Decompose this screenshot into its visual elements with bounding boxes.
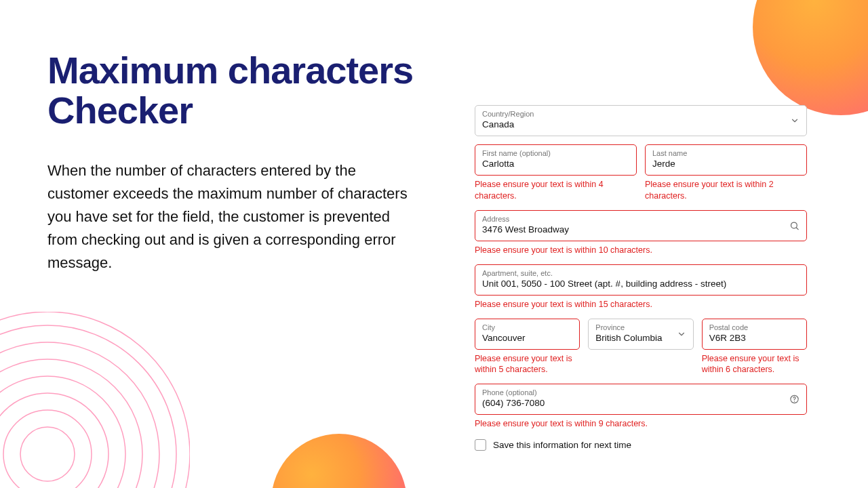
first-name-input[interactable]: First name (optional) Carlotta xyxy=(475,144,637,176)
search-icon xyxy=(789,220,800,230)
svg-point-1 xyxy=(3,410,92,488)
first-name-value: Carlotta xyxy=(482,158,629,170)
first-name-label: First name (optional) xyxy=(482,149,629,158)
svg-point-2 xyxy=(0,393,108,488)
address-input[interactable]: Address 3476 West Broadway xyxy=(475,210,807,241)
svg-point-11 xyxy=(794,401,795,402)
phone-error: Please ensure your text is within 9 char… xyxy=(475,418,807,430)
last-name-input[interactable]: Last name Jerde xyxy=(645,144,807,176)
country-value: Canada xyxy=(482,119,800,131)
province-select[interactable]: Province British Columbia xyxy=(588,319,693,350)
postal-code-value: V6R 2B3 xyxy=(709,332,800,344)
svg-line-9 xyxy=(796,228,798,230)
apartment-error: Please ensure your text is within 15 cha… xyxy=(475,299,807,310)
svg-point-5 xyxy=(0,342,159,488)
city-input[interactable]: City Vancouver xyxy=(475,319,580,350)
city-value: Vancouver xyxy=(482,332,572,344)
last-name-value: Jerde xyxy=(652,158,800,170)
help-icon[interactable] xyxy=(789,394,800,405)
country-label: Country/Region xyxy=(482,110,800,119)
address-label: Address xyxy=(482,215,800,224)
province-value: British Columbia xyxy=(595,332,686,344)
phone-label: Phone (optional) xyxy=(482,388,800,397)
postal-code-label: Postal code xyxy=(709,323,800,332)
svg-point-4 xyxy=(0,359,142,488)
phone-input[interactable]: Phone (optional) (604) 736-7080 xyxy=(475,384,807,415)
last-name-label: Last name xyxy=(652,149,800,158)
country-select[interactable]: Country/Region Canada xyxy=(475,105,807,136)
last-name-error: Please ensure your text is within 2 char… xyxy=(645,179,807,202)
save-info-checkbox[interactable] xyxy=(475,439,486,451)
phone-value: (604) 736-7080 xyxy=(482,397,800,409)
province-label: Province xyxy=(595,323,686,332)
chevron-down-icon xyxy=(677,329,686,339)
page-title: Maximum characters Checker xyxy=(47,51,414,131)
city-error: Please ensure your text is within 5 char… xyxy=(475,353,580,376)
address-value: 3476 West Broadway xyxy=(482,224,800,236)
svg-point-0 xyxy=(20,427,75,481)
checkout-form: Country/Region Canada First name (option… xyxy=(475,105,807,451)
apartment-value: Unit 001, 5050 - 100 Street (apt. #, bui… xyxy=(482,278,800,290)
apartment-label: Apartment, suite, etc. xyxy=(482,269,800,278)
decorative-rings xyxy=(0,312,190,488)
decorative-blob-bottom xyxy=(271,434,407,488)
apartment-input[interactable]: Apartment, suite, etc. Unit 001, 5050 - … xyxy=(475,264,807,296)
postal-code-input[interactable]: Postal code V6R 2B3 xyxy=(702,319,807,350)
decorative-blob-top xyxy=(753,0,868,115)
svg-point-7 xyxy=(0,312,190,488)
page-description: When the number of characters entered by… xyxy=(47,159,414,274)
save-info-label: Save this information for next time xyxy=(493,440,631,450)
city-label: City xyxy=(482,323,572,332)
first-name-error: Please ensure your text is within 4 char… xyxy=(475,179,637,202)
chevron-down-icon xyxy=(790,116,800,125)
postal-code-error: Please ensure your text is within 6 char… xyxy=(702,353,807,376)
address-error: Please ensure your text is within 10 cha… xyxy=(475,245,807,256)
